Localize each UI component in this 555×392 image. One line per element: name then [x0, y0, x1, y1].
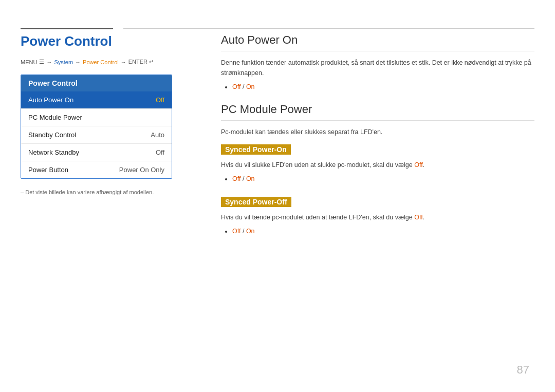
section-pc-module-power: PC Module Power Pc-modulet kan tændes el…: [221, 103, 534, 235]
menu-box: Power Control Auto Power On Off PC Modul…: [21, 74, 172, 179]
menu-item-pc-module[interactable]: PC Module Power: [21, 109, 172, 126]
sep-synced-off: /: [240, 228, 246, 235]
breadcrumb-menu: MENU: [21, 59, 37, 65]
menu-item-value-auto-power-on: Off: [156, 96, 164, 104]
sub-section-synced-power-off: Synced Power-Off Hvis du vil tænde pc-mo…: [221, 195, 534, 235]
section-desc-auto-power-on: Denne funktion tænder automatisk produkt…: [221, 58, 534, 78]
menu-item-label-network: Network Standby: [28, 148, 79, 156]
section-desc-pc-module: Pc-modulet kan tændes eller slukkes sepa…: [221, 127, 534, 137]
menu-item-network-standby[interactable]: Network Standby Off: [21, 144, 172, 161]
breadcrumb-enter: ENTER ↵: [128, 59, 154, 65]
off-label-synced-on: Off: [232, 175, 240, 182]
menu-item-label-power-button: Power Button: [28, 166, 68, 174]
menu-item-value-network: Off: [156, 148, 164, 156]
menu-item-label-auto-power-on: Auto Power On: [28, 96, 73, 104]
menu-item-label-standby: Standby Control: [28, 131, 76, 139]
top-border-divider: [123, 28, 534, 29]
menu-item-auto-power-on[interactable]: Auto Power On Off: [21, 91, 172, 109]
bullet-list-auto-power-on: Off / On: [221, 83, 534, 90]
top-border-accent: [21, 28, 113, 29]
left-column: Power Control MENU ☰ → System → Power Co…: [21, 33, 206, 195]
menu-header: Power Control: [21, 75, 172, 91]
menu-item-label-pc-module: PC Module Power: [28, 114, 82, 121]
menu-item-power-button[interactable]: Power Button Power On Only: [21, 161, 172, 178]
sub-section-desc-synced-on: Hvis du vil slukke LFD'en uden at slukke…: [221, 160, 534, 170]
menu-item-value-power-button: Power On Only: [119, 166, 164, 174]
footnote: Det viste billede kan variere afhængigt …: [21, 189, 206, 195]
page-number: 87: [517, 363, 529, 377]
section-title-auto-power-on: Auto Power On: [221, 33, 534, 51]
menu-item-standby-control[interactable]: Standby Control Auto: [21, 126, 172, 144]
section-title-pc-module: PC Module Power: [221, 103, 534, 121]
sub-section-title-synced-off: Synced Power-Off: [221, 197, 291, 207]
breadcrumb-system: System: [54, 59, 73, 65]
breadcrumb-power-control: Power Control: [83, 59, 119, 65]
sub-section-title-synced-on: Synced Power-On: [221, 144, 291, 155]
off-label-auto: Off: [232, 83, 240, 90]
menu-item-value-standby: Auto: [151, 131, 164, 139]
bullet-list-synced-on: Off / On: [221, 175, 534, 182]
on-label-synced-off: On: [246, 228, 255, 235]
sep-auto: /: [240, 83, 246, 90]
sub-section-desc-synced-off: Hvis du vil tænde pc-modulet uden at tæn…: [221, 212, 534, 222]
on-label-synced-on: On: [246, 175, 255, 182]
page-title: Power Control: [21, 33, 206, 49]
breadcrumb: MENU ☰ → System → Power Control → ENTER …: [21, 59, 206, 65]
bullet-off-on-synced-off: Off / On: [232, 228, 534, 235]
breadcrumb-arrow-1: →: [46, 59, 52, 65]
bullet-list-synced-off: Off / On: [221, 228, 534, 235]
off-label-synced-off: Off: [232, 228, 240, 235]
sep-synced-on: /: [240, 175, 246, 182]
bullet-off-on-auto: Off / On: [232, 83, 534, 90]
breadcrumb-arrow-2: →: [75, 59, 81, 65]
bullet-off-on-synced-on: Off / On: [232, 175, 534, 182]
right-column: Auto Power On Denne funktion tænder auto…: [221, 33, 534, 247]
on-label-auto: On: [246, 83, 255, 90]
breadcrumb-arrow-3: →: [121, 59, 126, 65]
sub-section-synced-power-on: Synced Power-On Hvis du vil slukke LFD'e…: [221, 142, 534, 182]
breadcrumb-menu-icon: ☰: [39, 59, 44, 65]
section-auto-power-on: Auto Power On Denne funktion tænder auto…: [221, 33, 534, 90]
